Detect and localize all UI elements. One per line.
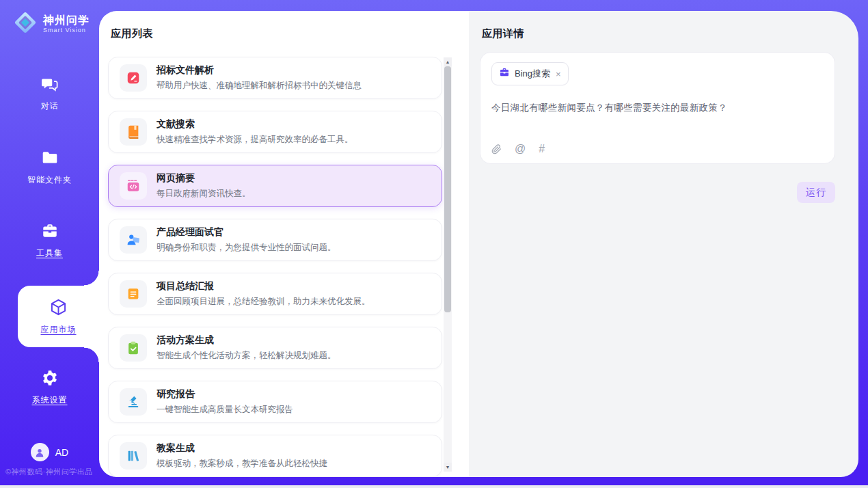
sidebar-item-label: 智能文件夹 [27, 174, 72, 186]
app-card-project-summary[interactable]: 项目总结汇报 全面回顾项目进展，总结经验教训，助力未来优化发展。 [108, 273, 442, 315]
paperclip-icon[interactable] [491, 144, 502, 154]
app-window: 神州问学 Smart Vision 对话 [0, 0, 868, 488]
app-card-list: 招标文件解析 帮助用户快速、准确地理解和解析招标书中的关键信息 文献搜索 [108, 57, 442, 477]
prompt-input[interactable]: 今日湖北有哪些新闻要点？有哪些需要关注的最新政策？ [491, 102, 824, 114]
app-card-literature-search[interactable]: 文献搜索 快速精准查找学术资源，提高研究效率的必备工具。 [108, 111, 442, 153]
app-card-title: 网页摘要 [157, 172, 251, 185]
app-card-title: 文献搜索 [157, 118, 353, 131]
app-detail-title: 应用详情 [482, 27, 835, 40]
sidebar-item-chat[interactable]: 对话 [0, 75, 99, 112]
app-card-desc: 全面回顾项目进展，总结经验教训，助力未来优化发展。 [157, 296, 370, 308]
sidebar-item-label: 对话 [41, 100, 59, 112]
app-card-desc: 明确身份和职责，为您提供专业性的面试问题。 [157, 242, 336, 254]
close-icon[interactable]: × [556, 70, 561, 79]
content-area: 应用列表 招标文件解析 帮助用户快速、准确地理解和解析招标书中的关键信息 [99, 11, 858, 477]
user-name: AD [55, 447, 68, 458]
app-card-web-summary[interactable]: 网页摘要 每日政府新闻资讯快查。 [108, 165, 442, 207]
prompt-toolbar: @ # [491, 143, 824, 155]
gear-icon [41, 369, 59, 390]
prompt-card: Bing搜索 × 今日湖北有哪些新闻要点？有哪些需要关注的最新政策？ @ # [480, 52, 835, 164]
research-icon [120, 388, 147, 416]
app-list-panel: 应用列表 招标文件解析 帮助用户快速、准确地理解和解析招标书中的关键信息 [99, 11, 469, 477]
app-card-pm-interviewer[interactable]: 产品经理面试官 明确身份和职责，为您提供专业性的面试问题。 [108, 219, 442, 261]
brand-name: 神州问学 [43, 14, 90, 27]
app-card-title: 项目总结汇报 [157, 280, 370, 293]
webpage-icon [120, 172, 147, 200]
brand-diamond-icon [12, 10, 38, 38]
sidebar-item-settings[interactable]: 系统设置 [0, 369, 99, 406]
app-card-desc: 模板驱动，教案秒成，教学准备从此轻松快捷 [157, 458, 327, 470]
app-card-event-plan[interactable]: 活动方案生成 智能生成个性化活动方案，轻松解决规划难题。 [108, 327, 442, 369]
chat-icon [41, 75, 59, 96]
lesson-books-icon [120, 442, 147, 470]
avatar [31, 443, 49, 461]
app-card-desc: 快速精准查找学术资源，提高研究效率的必备工具。 [157, 134, 353, 146]
sidebar: 神州问学 Smart Vision 对话 [0, 0, 99, 485]
app-card-lesson-plan[interactable]: 教案生成 模板驱动，教案秒成，教学准备从此轻松快捷 [108, 435, 442, 477]
run-row: 运行 [480, 182, 835, 203]
app-card-desc: 一键智能生成高质量长文本研究报告 [157, 404, 293, 416]
user-account[interactable]: AD [31, 443, 68, 461]
app-list-scrollbar[interactable]: ▲ ▼ [444, 57, 452, 472]
interviewer-icon [120, 226, 147, 254]
at-icon[interactable]: @ [515, 143, 526, 155]
app-card-title: 产品经理面试官 [157, 226, 336, 239]
app-card-title: 研究报告 [157, 388, 293, 401]
app-card-title: 教案生成 [157, 442, 327, 455]
brand-subtitle: Smart Vision [43, 27, 90, 33]
scroll-down-icon[interactable]: ▼ [444, 463, 452, 472]
bid-edit-icon [120, 64, 147, 92]
hash-icon[interactable]: # [539, 143, 545, 155]
literature-book-icon [120, 118, 147, 146]
sidebar-item-app-market[interactable]: 应用市场 [18, 286, 99, 347]
sidebar-item-smart-folder[interactable]: 智能文件夹 [0, 149, 99, 186]
folder-icon [41, 149, 59, 170]
briefcase-icon [499, 67, 510, 81]
scrollbar-thumb[interactable] [444, 66, 451, 312]
app-card-research-report[interactable]: 研究报告 一键智能生成高质量长文本研究报告 [108, 381, 442, 423]
sidebar-item-label: 工具集 [36, 247, 63, 259]
app-card-title: 招标文件解析 [157, 64, 362, 77]
summary-note-icon [120, 280, 147, 308]
run-button[interactable]: 运行 [797, 182, 835, 203]
sidebar-item-label: 系统设置 [32, 394, 68, 406]
sidebar-item-label: 应用市场 [41, 324, 77, 336]
copyright-footer: ©神州数码·神州问学出品 [5, 467, 93, 477]
scroll-up-icon[interactable]: ▲ [444, 57, 452, 66]
cube-icon [49, 298, 68, 319]
tool-chip-label: Bing搜索 [515, 68, 550, 80]
plan-clipboard-icon [120, 334, 147, 362]
app-card-desc: 智能生成个性化活动方案，轻松解决规划难题。 [157, 350, 336, 362]
app-card-title: 活动方案生成 [157, 334, 336, 347]
sidebar-nav: 对话 智能文件夹 工具集 [0, 38, 99, 406]
tool-chip-bing-search[interactable]: Bing搜索 × [491, 62, 569, 85]
sidebar-item-toolset[interactable]: 工具集 [0, 222, 99, 259]
app-card-desc: 每日政府新闻资讯快查。 [157, 188, 251, 200]
brand-logo: 神州问学 Smart Vision [12, 10, 90, 38]
toolbox-icon [41, 222, 59, 243]
app-list-title: 应用列表 [111, 27, 469, 40]
app-card-desc: 帮助用户快速、准确地理解和解析招标书中的关键信息 [157, 80, 362, 92]
window-bottom-edge [0, 485, 868, 488]
app-detail-panel: 应用详情 Bing搜索 × 今日湖北有哪些新闻要点？有哪些需要关注的最新政策？ [469, 11, 858, 477]
app-card-bid-parsing[interactable]: 招标文件解析 帮助用户快速、准确地理解和解析招标书中的关键信息 [108, 57, 442, 99]
